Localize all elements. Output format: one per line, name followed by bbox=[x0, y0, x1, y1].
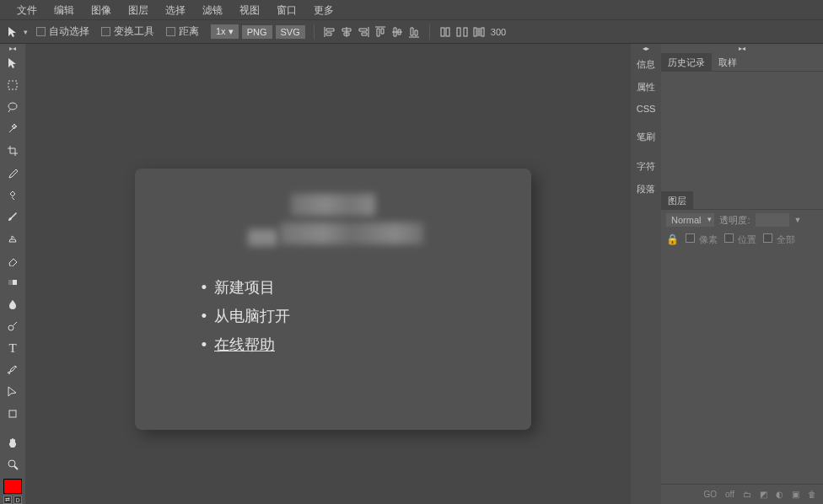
welcome-open-from-computer[interactable]: 从电脑打开 bbox=[214, 302, 290, 330]
svg-rect-10 bbox=[8, 280, 13, 285]
svg-rect-5 bbox=[481, 28, 484, 36]
layers-panel-body: Normal 透明度: ▼ 🔒 像素 位置 全部 GO off 🗀 ◩ bbox=[661, 210, 823, 504]
menu-more[interactable]: 更多 bbox=[305, 0, 342, 20]
menu-image[interactable]: 图像 bbox=[83, 0, 120, 20]
lock-position-checkbox[interactable]: 位置 bbox=[724, 233, 756, 246]
layers-list-empty bbox=[661, 249, 823, 484]
move-tool[interactable] bbox=[0, 52, 25, 74]
svg-rect-1 bbox=[446, 28, 449, 36]
panel-collapse-icon[interactable]: ◂▸ bbox=[631, 44, 661, 53]
eyedropper-tool[interactable] bbox=[0, 162, 25, 184]
welcome-subtitle-blurred bbox=[248, 229, 277, 246]
swap-colors-icon[interactable]: ⇄ bbox=[3, 496, 12, 504]
transform-tool-label: 变换工具 bbox=[114, 24, 154, 39]
menu-edit[interactable]: 编辑 bbox=[46, 0, 83, 20]
blur-tool[interactable] bbox=[0, 293, 25, 315]
canvas-area: 新建项目 从电脑打开 在线帮助 bbox=[25, 44, 631, 504]
type-tool[interactable]: T bbox=[0, 337, 25, 359]
blend-mode-select[interactable]: Normal bbox=[666, 213, 714, 227]
adjustment-icon[interactable]: ◐ bbox=[776, 490, 783, 499]
export-svg-button[interactable]: SVG bbox=[276, 25, 305, 39]
svg-rect-8 bbox=[8, 81, 17, 89]
auto-select-label: 自动选择 bbox=[49, 24, 89, 39]
eraser-tool[interactable] bbox=[0, 249, 25, 271]
menu-layer[interactable]: 图层 bbox=[120, 0, 157, 20]
scale-select[interactable]: 1x ▾ bbox=[211, 24, 239, 39]
marquee-tool[interactable] bbox=[0, 74, 25, 96]
gradient-tool[interactable] bbox=[0, 271, 25, 293]
history-panel-body bbox=[661, 72, 823, 191]
distribute-a-icon[interactable] bbox=[438, 25, 452, 39]
history-tab[interactable]: 历史记录 bbox=[661, 53, 712, 72]
heal-tool[interactable] bbox=[0, 184, 25, 206]
menu-window[interactable]: 窗口 bbox=[268, 0, 305, 20]
panel-tab-character[interactable]: 字符 bbox=[631, 155, 661, 178]
opacity-dropdown-icon[interactable]: ▼ bbox=[794, 216, 802, 224]
welcome-subtitle-blurred bbox=[280, 223, 423, 244]
align-center-v-icon[interactable] bbox=[390, 25, 404, 39]
panel-tab-info[interactable]: 信息 bbox=[631, 53, 661, 76]
panel-tab-brush[interactable]: 笔刷 bbox=[631, 126, 661, 148]
folder-icon[interactable]: 🗀 bbox=[743, 490, 751, 499]
distribute-b-icon[interactable] bbox=[455, 25, 469, 39]
menu-file[interactable]: 文件 bbox=[8, 0, 46, 20]
auto-select-checkbox[interactable]: 自动选择 bbox=[36, 24, 89, 39]
right-panels: ◂▸ 信息 属性 CSS 笔刷 字符 段落 ▸◂ 历史记录 取样 图层 Norm… bbox=[631, 44, 823, 504]
menu-select[interactable]: 选择 bbox=[157, 0, 194, 20]
options-bar: ▾ 自动选择 变换工具 距离 1x ▾ PNG SVG 300 bbox=[0, 20, 823, 44]
lock-icon: 🔒 bbox=[666, 233, 679, 245]
zoom-tool[interactable] bbox=[0, 453, 25, 475]
svg-point-14 bbox=[8, 460, 15, 467]
align-right-icon[interactable] bbox=[357, 25, 370, 39]
align-top-icon[interactable] bbox=[374, 25, 387, 39]
brush-tool[interactable] bbox=[0, 206, 25, 228]
layers-tab[interactable]: 图层 bbox=[661, 191, 693, 210]
snap-value[interactable]: 300 bbox=[491, 27, 506, 37]
lock-pixels-checkbox[interactable]: 像素 bbox=[686, 233, 718, 246]
distribute-gap-icon[interactable] bbox=[472, 25, 486, 39]
svg-rect-2 bbox=[457, 28, 460, 36]
panel-tab-css[interactable]: CSS bbox=[631, 99, 661, 119]
align-center-h-icon[interactable] bbox=[340, 25, 353, 39]
distance-checkbox[interactable]: 距离 bbox=[166, 24, 199, 39]
off-button[interactable]: off bbox=[725, 490, 734, 499]
align-bottom-icon[interactable] bbox=[407, 25, 421, 39]
go-button[interactable]: GO bbox=[704, 490, 718, 499]
align-left-icon[interactable] bbox=[323, 25, 336, 39]
pen-tool[interactable] bbox=[0, 359, 25, 381]
welcome-links: 新建项目 从电脑打开 在线帮助 bbox=[194, 273, 472, 359]
welcome-online-help[interactable]: 在线帮助 bbox=[214, 330, 275, 359]
mask-icon[interactable]: ◩ bbox=[760, 490, 767, 499]
panel-tab-properties[interactable]: 属性 bbox=[631, 76, 661, 99]
opacity-input[interactable] bbox=[756, 213, 789, 227]
menu-view[interactable]: 视图 bbox=[231, 0, 268, 20]
new-layer-icon[interactable]: ▣ bbox=[792, 490, 799, 499]
opacity-label: 透明度: bbox=[719, 214, 750, 227]
shape-tool[interactable] bbox=[0, 403, 25, 425]
lock-all-checkbox[interactable]: 全部 bbox=[763, 233, 795, 246]
magic-wand-tool[interactable] bbox=[0, 118, 25, 140]
foreground-color-swatch[interactable] bbox=[3, 479, 22, 494]
crop-tool[interactable] bbox=[0, 140, 25, 162]
transform-tool-checkbox[interactable]: 变换工具 bbox=[101, 24, 154, 39]
toolbar-collapse-icon[interactable]: ▸◂ bbox=[0, 44, 25, 52]
trash-icon[interactable]: 🗑 bbox=[808, 490, 816, 499]
export-png-button[interactable]: PNG bbox=[242, 25, 272, 39]
clone-stamp-tool[interactable] bbox=[0, 228, 25, 249]
swatches-tab[interactable]: 取样 bbox=[712, 53, 744, 72]
svg-rect-3 bbox=[464, 28, 467, 36]
path-select-tool[interactable] bbox=[0, 381, 25, 403]
menu-filter[interactable]: 滤镜 bbox=[194, 0, 231, 20]
lasso-tool[interactable] bbox=[0, 96, 25, 118]
dodge-tool[interactable] bbox=[0, 315, 25, 337]
panel-tab-paragraph[interactable]: 段落 bbox=[631, 178, 661, 201]
hand-tool[interactable] bbox=[0, 432, 25, 453]
layers-panel-header: 图层 bbox=[661, 191, 823, 210]
welcome-new-project[interactable]: 新建项目 bbox=[214, 273, 275, 302]
panel-collapse-icon[interactable]: ▸◂ bbox=[661, 44, 823, 53]
svg-line-15 bbox=[14, 466, 18, 469]
default-colors-icon[interactable]: D bbox=[13, 496, 22, 504]
history-panel-header: 历史记录 取样 bbox=[661, 53, 823, 72]
tool-dropdown-icon[interactable]: ▾ bbox=[24, 28, 28, 36]
svg-rect-4 bbox=[474, 28, 476, 36]
